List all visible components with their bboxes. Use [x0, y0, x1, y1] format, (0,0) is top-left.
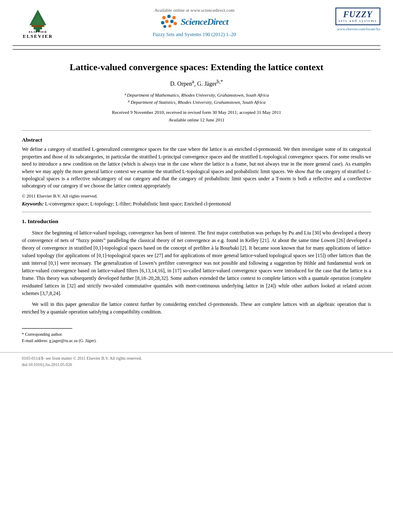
footnote-divider: [22, 328, 72, 329]
authors: D. Orpena, G. Jägerb,*: [22, 79, 371, 88]
svg-point-13: [164, 25, 166, 28]
dates: Received 9 November 2010; received in re…: [22, 109, 371, 124]
sup-b-star: b,*: [217, 79, 223, 85]
svg-point-10: [165, 20, 169, 23]
sciencedirect-logo-area: ScienceDirect: [71, 14, 317, 29]
svg-point-11: [170, 20, 174, 23]
doi-line: doi:10.1016/j.fss.2011.05.026: [22, 361, 371, 368]
abstract-title: Abstract: [22, 137, 371, 143]
elsevier-url: www.elsevier.com/locate/fss: [326, 27, 380, 31]
elsevier-logo: ELSEVIER ELSEVIER: [13, 8, 63, 39]
intro-paragraph-2: We will in this paper generalize the lat…: [22, 300, 371, 316]
corresponding-author-line: * Corresponding author.: [22, 331, 371, 337]
sd-brand-text: ScienceDirect: [181, 16, 228, 27]
sd-icon: [161, 14, 177, 29]
svg-point-7: [167, 15, 171, 18]
svg-point-14: [169, 25, 171, 28]
svg-text:ELSEVIER: ELSEVIER: [29, 30, 47, 33]
author-g-jager: G. Jägerb,*: [197, 81, 223, 87]
svg-point-12: [174, 22, 177, 25]
header-divider-bottom: [13, 49, 380, 50]
email-address: g.jager@ru.ac.za (G. Jäger).: [49, 338, 97, 343]
keywords-text: L-convergence space; L-topology; L-filte…: [45, 201, 231, 207]
introduction-section: 1. Introduction Since the beginning of l…: [22, 218, 371, 316]
footnote: * Corresponding author. E-mail address: …: [22, 331, 371, 344]
header-divider-top: [13, 45, 380, 46]
sciencedirect-brand: ScienceDirect: [181, 16, 228, 27]
article-title: Lattice-valued convergence spaces: Exten…: [22, 61, 371, 74]
fuzzy-logo: FUZZY sets and systems: [335, 8, 381, 25]
article-content: Lattice-valued convergence spaces: Exten…: [0, 61, 393, 344]
received-dates: Received 9 November 2010; received in re…: [112, 110, 281, 115]
email-label: E-mail address:: [22, 338, 48, 343]
elsevier-tree-icon: ELSEVIER: [23, 8, 53, 33]
header-center: Available online at www.sciencedirect.co…: [63, 8, 326, 38]
intro-paragraph-1: Since the beginning of lattice-valued to…: [22, 229, 371, 297]
bottom-info: 0165-0114/$- see front matter © 2011 Els…: [0, 352, 393, 372]
email-line: E-mail address: g.jager@ru.ac.za (G. Jäg…: [22, 337, 371, 344]
footnote-area: * Corresponding author. E-mail address: …: [22, 328, 371, 344]
intro-heading: 1. Introduction: [22, 218, 371, 225]
svg-point-6: [162, 16, 166, 19]
fuzzy-subtitle: sets and systems: [339, 18, 377, 23]
issn-line: 0165-0114/$- see front matter © 2011 Els…: [22, 355, 371, 361]
affiliation-b: ᵇ Department of Statistics, Rhodes Unive…: [22, 99, 371, 106]
author-d-orpen: D. Orpena: [170, 81, 194, 87]
journal-name: Fuzzy Sets and Systems 190 (2012) 1–20: [71, 32, 317, 38]
affiliation-a: ᵃ Department of Mathematics, Rhodes Univ…: [22, 92, 371, 99]
header: ELSEVIER ELSEVIER Available online at ww…: [0, 0, 393, 42]
abstract-bottom-divider: [22, 212, 371, 212]
keywords-line: Keywords: L-convergence space; L-topolog…: [22, 200, 371, 208]
fuzzy-logo-area: FUZZY sets and systems www.elsevier.com/…: [326, 8, 380, 31]
keywords-label: Keywords:: [22, 201, 44, 207]
elsevier-text-label: ELSEVIER: [23, 34, 53, 39]
available-online-text: Available online at www.sciencedirect.co…: [71, 8, 317, 13]
elsevier-logo-area: ELSEVIER ELSEVIER: [13, 8, 63, 39]
abstract-text: We define a category of stratified L-gen…: [22, 146, 371, 190]
abstract-top-divider: [22, 130, 371, 131]
sup-a: a: [192, 79, 194, 85]
fuzzy-title: FUZZY: [339, 10, 377, 18]
copyright: © 2011 Elsevier B.V. All rights reserved…: [22, 193, 371, 198]
page: ELSEVIER ELSEVIER Available online at ww…: [0, 0, 393, 532]
svg-rect-4: [32, 25, 44, 27]
affiliations: ᵃ Department of Mathematics, Rhodes Univ…: [22, 92, 371, 105]
svg-point-8: [172, 16, 176, 19]
svg-point-9: [161, 21, 164, 24]
available-online-article: Available online 12 June 2011: [169, 117, 224, 122]
